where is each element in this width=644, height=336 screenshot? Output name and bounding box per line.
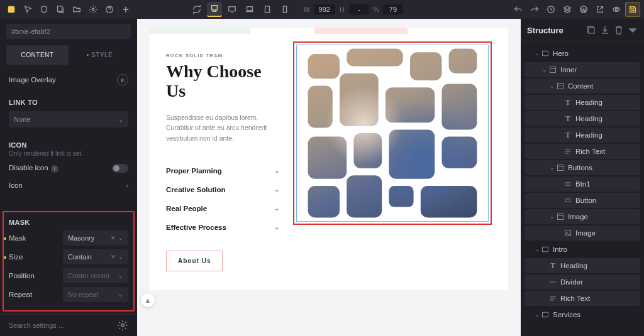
node-label: Heading [575,99,602,106]
desktop-base-icon[interactable] [207,2,222,17]
element-id[interactable]: #brxe-efabf2 [6,24,131,39]
wordpress-icon[interactable] [576,2,591,17]
mask-select[interactable]: Masonry✕⌄ [63,230,128,246]
tree-node[interactable]: Image [525,225,640,241]
about-button[interactable]: About Us [166,251,223,271]
chevron-down-icon: ⌄ [274,205,279,212]
preview-icon[interactable] [609,2,624,17]
repeat-select[interactable]: No repeat⌄ [63,287,128,302]
tree-toggle-icon[interactable]: ⌄ [548,83,556,89]
svg-rect-5 [247,7,252,11]
scroll-top-icon[interactable]: ▲ [141,293,155,307]
tree-toggle-icon[interactable]: ⌄ [533,246,541,252]
help-icon[interactable] [102,2,117,17]
hint-icon[interactable]: i [51,165,58,173]
size-select[interactable]: Contain✕⌄ [63,249,128,264]
tree-node[interactable]: Rich Text [525,291,640,306]
tree-node[interactable]: ⌄Services [525,307,640,322]
trash-icon[interactable] [614,25,624,35]
mobile-icon[interactable] [277,2,292,17]
width-value[interactable]: 992 [314,4,335,14]
node-type-icon: T [564,131,572,139]
tree-node[interactable]: THeading [525,258,640,273]
undo-icon[interactable] [511,2,526,17]
layers-icon[interactable] [560,2,575,17]
chevron-right-icon[interactable]: › [126,182,128,189]
position-select[interactable]: Center center⌄ [63,268,128,283]
svg-rect-15 [558,84,564,89]
history-icon[interactable] [543,2,558,17]
image-frame-selected[interactable] [293,41,492,225]
accordion-item[interactable]: Proper Planning⌄ [166,161,279,180]
gear-icon[interactable] [117,320,128,331]
logo-icon[interactable] [4,2,19,17]
sync-icon[interactable] [189,2,204,17]
heading[interactable]: Why Choose Us [166,62,279,101]
accordion-item[interactable]: Real People⌄ [166,199,279,218]
copy-icon[interactable] [586,25,596,35]
node-type-icon [564,229,572,237]
redo-icon[interactable] [527,2,542,17]
clear-icon: ✕ [111,254,116,260]
node-type-icon [548,65,557,74]
icon-head: ICON [9,133,128,151]
svg-rect-14 [550,67,556,73]
accordion-item[interactable]: Effective Process⌄ [166,218,279,237]
tree-node[interactable]: THeading [525,127,640,143]
chevron-down-icon: ⌄ [118,116,123,123]
canvas[interactable]: ▲ ROCK SOLID TEAM Why Choose Us Suspendi… [137,19,521,336]
link-to-value: None [14,116,30,123]
add-icon[interactable] [118,2,133,17]
svg-rect-4 [228,7,235,11]
tree-node[interactable]: ⌄Hero [525,46,640,61]
node-label: Content [568,82,593,90]
desktop-icon[interactable] [225,2,240,17]
tree-toggle-icon[interactable]: ⌄ [548,214,556,220]
tree-toggle-icon[interactable]: ⌄ [533,312,541,318]
zoom-value[interactable]: 79 [383,4,403,14]
tab-content[interactable]: CONTENT [6,45,69,65]
tree-node[interactable]: Divider [525,274,640,290]
overlay-color-icon[interactable]: ◐ [117,74,128,85]
laptop-icon[interactable] [242,2,257,17]
link-to-select[interactable]: None ⌄ [9,111,128,127]
save-icon[interactable] [625,2,640,17]
settings-icon[interactable] [86,2,101,17]
tree-node[interactable]: THeading [525,111,640,126]
tablet-icon[interactable] [260,2,275,17]
accordion-item[interactable]: Creative Solution⌄ [166,180,279,199]
shield-icon[interactable] [36,2,52,17]
tree-node[interactable]: Button [525,193,640,208]
width-label: W [303,6,311,13]
tree-node[interactable]: ⌄Intro [525,242,640,257]
node-type-icon [556,163,565,172]
tree-node[interactable]: ⌄Image [525,209,640,224]
height-value[interactable]: - [349,4,369,14]
tree-toggle-icon[interactable]: ⌄ [533,50,541,57]
pages-icon[interactable] [53,2,68,17]
tree-node[interactable]: ⌄Buttons [525,160,640,175]
tree-toggle-icon[interactable]: ⌄ [548,165,556,171]
svg-rect-22 [543,247,548,252]
intro-paragraph[interactable]: Suspendisse eu dapibus lorem. Curabitur … [166,112,279,144]
link-to-head: LINK TO [9,90,128,109]
tree-node[interactable]: Rich Text [525,144,640,159]
node-type-icon [541,245,550,254]
tab-style[interactable]: • STYLE [69,45,131,65]
svg-point-10 [615,8,618,11]
search-settings-input[interactable] [9,322,117,329]
download-icon[interactable] [600,25,610,35]
tree-node[interactable]: THeading [525,95,640,110]
folder-icon[interactable] [69,2,84,17]
external-icon[interactable] [592,2,608,17]
disable-icon-toggle[interactable] [112,164,128,173]
expand-icon[interactable] [628,25,638,35]
tree-node[interactable]: ⌄Content [525,79,640,94]
node-type-icon: T [548,261,557,270]
cursor-icon[interactable] [20,2,35,17]
tree-toggle-icon[interactable]: ⌄ [541,67,548,73]
tree-node[interactable]: ⌄Inner [525,62,640,77]
disable-icon-label: Disable iconi [9,164,58,173]
chevron-down-icon: ⌄ [274,224,279,230]
tree-node[interactable]: Btn1 [525,176,640,192]
